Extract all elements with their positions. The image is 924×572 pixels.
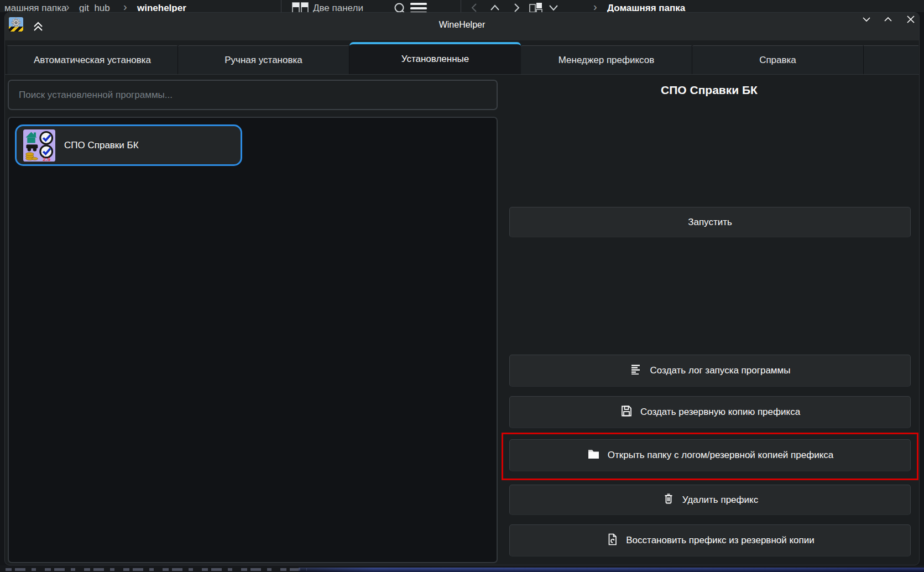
svg-text:2.5: 2.5 xyxy=(43,156,50,162)
restore-file-icon xyxy=(605,533,619,549)
restore-prefix-button[interactable]: Восстановить префикс из резервной копии xyxy=(509,524,911,557)
tab-prefix-manager[interactable]: Менеджер префиксов xyxy=(521,45,692,74)
create-log-button[interactable]: Создать лог запуска программы xyxy=(509,355,911,387)
installed-apps-list[interactable]: 2.5 СПО Справки БК xyxy=(8,117,498,563)
open-folder-icon xyxy=(587,448,601,464)
split-view-icon[interactable] xyxy=(529,2,542,12)
tab-manual-install[interactable]: Ручная установка xyxy=(178,45,349,74)
background-blue-bar xyxy=(299,568,924,572)
log-lines-icon xyxy=(630,363,643,379)
tab-installed[interactable]: Установленные xyxy=(349,42,521,74)
search-icon[interactable] xyxy=(394,2,406,12)
run-button[interactable]: Запустить xyxy=(509,207,911,237)
tab-bar: Автоматическая установка Ручная установк… xyxy=(7,43,918,74)
list-item-label: СПО Справки БК xyxy=(64,140,139,151)
run-button-label: Запустить xyxy=(688,217,732,228)
minimize-button[interactable] xyxy=(860,13,873,26)
winehelper-window: WineHelper Автоматическая установка Ручн… xyxy=(4,12,920,565)
tab-pane-border xyxy=(5,74,919,75)
floppy-save-icon xyxy=(620,404,633,420)
tab-auto-install[interactable]: Автоматическая установка xyxy=(7,45,178,74)
titlebar[interactable]: WineHelper xyxy=(5,13,919,40)
search-input[interactable] xyxy=(8,80,498,110)
backup-prefix-label: Создать резервную копию префикса xyxy=(640,407,800,418)
toolbar-divider xyxy=(281,0,281,12)
breadcrumb-separator-icon: › xyxy=(123,1,127,12)
open-log-backup-folder-button[interactable]: Открыть папку с логом/резервной копией п… xyxy=(509,439,911,471)
background-filemanager-toolbar: машняя папка › git_hub › winehelper Две … xyxy=(0,0,924,12)
hamburger-menu-icon[interactable] xyxy=(410,3,427,12)
nav-up-icon[interactable] xyxy=(489,2,501,12)
delete-prefix-label: Удалить префикс xyxy=(682,495,758,506)
nav-back-icon[interactable] xyxy=(469,2,480,12)
toolbar-divider xyxy=(461,0,461,12)
tab-help[interactable]: Справка xyxy=(692,45,864,74)
clipped-background-text xyxy=(6,568,307,571)
breadcrumb-separator-icon: › xyxy=(593,1,597,12)
close-button[interactable] xyxy=(904,13,917,26)
dual-pane-icon[interactable] xyxy=(292,2,309,12)
breadcrumb-item[interactable]: git_hub xyxy=(79,3,110,12)
restore-prefix-label: Восстановить префикс из резервной копии xyxy=(626,535,814,546)
background-bottom-strip xyxy=(0,565,924,572)
dual-pane-label[interactable]: Две панели xyxy=(313,3,363,12)
window-title: WineHelper xyxy=(5,20,919,30)
create-log-label: Создать лог запуска программы xyxy=(650,365,791,376)
breadcrumb-item-current[interactable]: winehelper xyxy=(137,3,186,12)
breadcrumb-item[interactable]: машняя папка xyxy=(4,3,66,12)
chevron-down-icon[interactable] xyxy=(547,3,560,12)
trash-icon xyxy=(662,492,675,508)
selected-app-title: СПО Справки БК xyxy=(501,84,917,97)
delete-prefix-button[interactable]: Удалить префикс xyxy=(509,485,911,515)
breadcrumb-separator-icon: › xyxy=(66,1,70,12)
maximize-button[interactable] xyxy=(881,13,895,26)
open-log-backup-folder-label: Открыть папку с логом/резервной копией п… xyxy=(608,450,833,461)
nav-forward-icon[interactable] xyxy=(511,2,522,12)
spo-spravki-bk-app-icon: 2.5 xyxy=(23,129,55,162)
breadcrumb-home[interactable]: Домашняя папка xyxy=(607,3,685,12)
backup-prefix-button[interactable]: Создать резервную копию префикса xyxy=(509,396,911,428)
list-item-selected[interactable]: 2.5 СПО Справки БК xyxy=(15,124,242,166)
screen: машняя папка › git_hub › winehelper Две … xyxy=(0,0,924,572)
tab-bar-filler xyxy=(864,45,918,74)
